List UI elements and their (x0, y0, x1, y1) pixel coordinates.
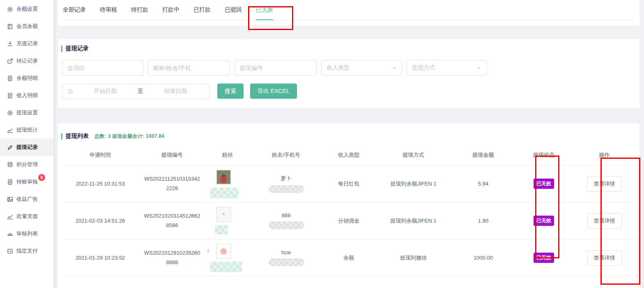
line-chart-icon (7, 214, 13, 220)
sidebar-item-label: 指定支付 (16, 247, 38, 255)
sidebar-item-label: 积分管理 (16, 161, 38, 168)
start-date-placeholder: 开始日期 (76, 88, 134, 95)
document-icon (7, 93, 13, 99)
sidebar-item-income-details[interactable]: 收入明细 (0, 87, 53, 104)
withdraw-list-panel: 提现列表 总数: 3 提现金额合计: 1007.84 申请时间 提现编号 粉丝 … (58, 123, 639, 288)
avatar (216, 244, 231, 259)
nickname-input[interactable] (148, 60, 230, 76)
blurred-fans-id (210, 188, 239, 198)
sidebar-item-label: 余额设置 (16, 5, 38, 13)
main-content: 全部记录 待审核 待打款 打款中 已打款 已驳回 已无效 提现记录 收入类型 提… (53, 0, 644, 288)
sidebar-item-label: 转让记录 (16, 57, 38, 65)
table-row: 2022-11-25 10:31:53 WS2022112510315342 2… (61, 165, 636, 202)
table-row: 2021-02-03 14:51:26 WS2021020314512662 8… (61, 202, 636, 239)
view-detail-button[interactable]: 查看详情 (587, 176, 622, 192)
sidebar-item-withdraw-settings[interactable]: 提现设置 (0, 104, 53, 121)
tab-invalid[interactable]: 已无效 (256, 0, 273, 20)
end-date-placeholder: 结束日期 (147, 88, 205, 95)
withdraw-no-input[interactable] (235, 60, 317, 76)
sidebar-item-label: 充值记录 (16, 40, 38, 47)
withdraw-amount: 1.90 (451, 218, 515, 224)
col-header-status: 提现状态 (515, 151, 573, 159)
tab-pending-review[interactable]: 待审核 (100, 0, 117, 20)
member-name: hcw (281, 249, 291, 255)
status-badge: 已无效 (534, 253, 554, 263)
tabs: 全部记录 待审核 待打款 打款中 已打款 已驳回 已无效 (63, 0, 635, 20)
sidebar-item-points-management[interactable]: 积分管理 (0, 156, 53, 173)
minus-square-icon (7, 248, 13, 254)
book-icon (7, 23, 13, 30)
member-name: 萝卜 (281, 175, 292, 182)
table-row: 2021-01-29 10:23:52 WS2021012910235260 8… (61, 239, 636, 276)
sidebar-item-revenue-ads[interactable]: 收益广告 (0, 190, 53, 208)
sidebar-item-withdraw-records[interactable]: 提现记录 (0, 139, 53, 156)
table-header-row: 申请时间 提现编号 粉丝 姓名/手机号 收入类型 提现方式 提现金额 提现状态 … (61, 145, 636, 165)
tab-all-records[interactable]: 全部记录 (63, 0, 86, 20)
coins-icon (7, 162, 13, 168)
sidebar-item-member-balance[interactable]: 会员余额 (0, 18, 53, 35)
list-summary: 总数: 3 提现金额合计: 1007.84 (94, 133, 164, 140)
income-type-select[interactable]: 收入类型 (321, 60, 402, 76)
view-detail-button[interactable]: 查看详情 (587, 213, 622, 229)
sidebar-item-review-list[interactable]: 审核列表 (0, 225, 53, 242)
withdraw-method-select[interactable]: 提现方式 (407, 60, 487, 76)
gauge-icon (7, 231, 13, 237)
section-accent-bar (61, 133, 62, 139)
date-range-picker[interactable]: 开始日期 至 结束日期 (62, 84, 210, 99)
tab-paying[interactable]: 打款中 (162, 0, 179, 20)
sidebar-item-balance-details[interactable]: 余额明细 (0, 70, 53, 87)
withdraw-method: 提现到余额JIFEN 1 (375, 180, 451, 188)
search-button[interactable]: 搜索 (217, 84, 244, 99)
pencil-icon (7, 144, 13, 151)
sidebar-item-transfer-records[interactable]: 转让记录 (0, 52, 53, 70)
withdraw-no: WS2021020314512662 8566 (139, 211, 205, 230)
income-type: 余额 (322, 254, 375, 262)
income-type: 分销佣金 (322, 217, 375, 225)
view-detail-button[interactable]: 查看详情 (587, 250, 622, 266)
chevron-down-icon (476, 65, 481, 70)
sidebar-item-balance-settings[interactable]: 余额设置 (0, 0, 53, 18)
sidebar-item-label: 会员余额 (16, 23, 38, 30)
income-type-placeholder: 收入类型 (327, 64, 350, 72)
sidebar-item-label: 审核列表 (16, 230, 38, 237)
section-accent-bar (61, 46, 62, 52)
tab-pending-payment[interactable]: 待打款 (131, 0, 148, 20)
fans-id-prefix: f (207, 249, 209, 254)
date-separator: 至 (138, 88, 143, 95)
sidebar-item-label: 收益广告 (16, 195, 38, 203)
filter-row-2: 开始日期 至 结束日期 搜索 导出 EXCEL (62, 84, 635, 99)
blurred-phone (269, 221, 304, 229)
col-header-name-phone: 姓名/手机号 (250, 151, 322, 159)
sidebar-item-label: 批量充值 (16, 213, 38, 220)
search-section-title: 提现记录 (61, 45, 635, 52)
sidebar-item-batch-recharge[interactable]: 批量充值 (0, 208, 53, 225)
download-icon (7, 41, 13, 47)
fans-cell: f (205, 244, 250, 272)
avatar-placeholder (216, 207, 231, 222)
blurred-phone (269, 185, 304, 193)
col-header-action: 操作 (573, 151, 636, 159)
tab-paid[interactable]: 已打款 (193, 0, 211, 20)
export-excel-button[interactable]: 导出 EXCEL (250, 84, 297, 99)
col-header-withdraw-no: 提现编号 (139, 151, 205, 159)
withdraw-no: WS2022112510315342 2226 (139, 174, 205, 193)
sidebar-item-withdraw-stats[interactable]: 提现统计 (0, 121, 53, 139)
col-header-income-type: 收入类型 (322, 151, 375, 159)
name-phone-cell: 888 (250, 212, 322, 229)
name-phone-cell: 萝卜 (250, 175, 322, 193)
line-chart-icon (7, 127, 13, 133)
blurred-fans-id (215, 225, 228, 235)
fans-cell (205, 207, 250, 235)
tab-rejected[interactable]: 已驳回 (225, 0, 242, 20)
status-badge: 已无效 (534, 216, 554, 226)
withdraw-method: 提现到余额JIFEN 1 (375, 217, 451, 225)
sidebar-item-recharge-records[interactable]: 充值记录 (0, 35, 53, 52)
name-phone-cell: hcw (250, 249, 322, 266)
sidebar-item-transfer-review[interactable]: 转账审核 6 (0, 173, 53, 190)
gear-icon (7, 110, 13, 116)
member-id-input[interactable] (62, 60, 143, 76)
income-type: 每日红包 (322, 180, 375, 188)
sidebar-item-designated-payment[interactable]: 指定支付 (0, 242, 53, 260)
sidebar-item-label: 提现设置 (16, 109, 38, 116)
gear-icon (7, 6, 13, 12)
